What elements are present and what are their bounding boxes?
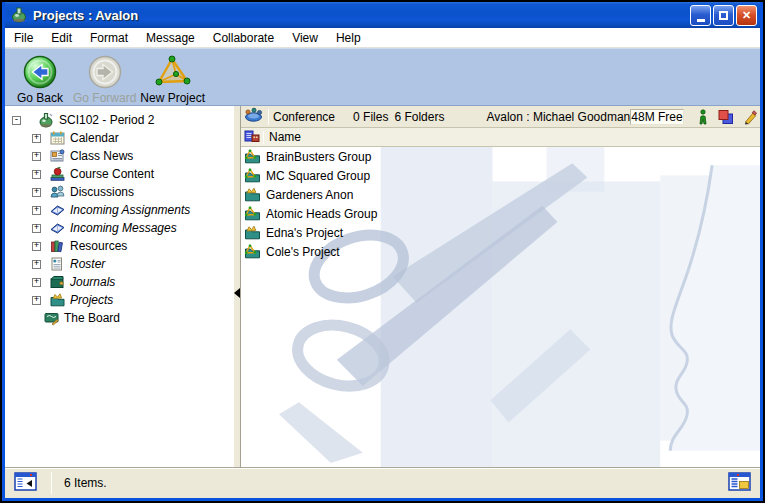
incoming-messages-icon bbox=[49, 220, 66, 236]
tree-item-course-content[interactable]: + Course Content bbox=[5, 165, 233, 183]
item-count-text: 6 Items. bbox=[64, 476, 107, 490]
app-window: Projects : Avalon ✕ File Edit Format Mes… bbox=[0, 0, 765, 503]
conference-toolbar-icons bbox=[698, 109, 765, 125]
pyramid-folder-icon bbox=[244, 149, 261, 164]
menu-collaborate[interactable]: Collaborate bbox=[204, 29, 283, 47]
flask-app-icon bbox=[10, 6, 28, 24]
menu-message[interactable]: Message bbox=[137, 29, 204, 47]
list-column-header[interactable]: Name bbox=[241, 128, 760, 147]
expand-icon[interactable]: + bbox=[32, 188, 41, 197]
toggle-right-panel-icon[interactable] bbox=[728, 472, 751, 494]
tree-item-resources[interactable]: + Resources bbox=[5, 237, 233, 255]
pyramid-folder-icon bbox=[244, 244, 261, 259]
discussions-icon bbox=[49, 184, 66, 200]
folders-count: 6 Folders bbox=[394, 110, 444, 124]
files-count: 0 Files bbox=[353, 110, 388, 124]
go-back-icon bbox=[23, 54, 57, 90]
new-project-label: New Project bbox=[140, 91, 205, 105]
tree-item-incoming-assignments[interactable]: + Incoming Assignments bbox=[5, 201, 233, 219]
menu-edit[interactable]: Edit bbox=[42, 29, 81, 47]
expand-icon[interactable]: + bbox=[32, 224, 41, 233]
panel-splitter[interactable] bbox=[233, 106, 241, 467]
menu-file[interactable]: File bbox=[5, 29, 42, 47]
member-icon[interactable] bbox=[698, 109, 708, 125]
list-item-gardeners[interactable]: Gardeners Anon bbox=[241, 185, 760, 204]
expand-icon[interactable]: + bbox=[32, 260, 41, 269]
list-item-atomic-heads[interactable]: Atomic Heads Group bbox=[241, 204, 760, 223]
projects-icon bbox=[49, 292, 66, 308]
minimize-icon bbox=[697, 19, 705, 22]
tree-item-course-root[interactable]: - SCI102 - Period 2 bbox=[5, 111, 233, 129]
expand-icon[interactable]: + bbox=[32, 170, 41, 179]
course-content-icon bbox=[49, 166, 66, 182]
conference-info-bar: Conference 0 Files 6 Folders Avalon : Mi… bbox=[241, 106, 760, 128]
expand-icon[interactable]: + bbox=[32, 134, 41, 143]
titlebar[interactable]: Projects : Avalon ✕ bbox=[5, 2, 760, 28]
go-back-label: Go Back bbox=[17, 91, 63, 105]
main-area: - SCI102 - Period 2 + bbox=[5, 106, 760, 467]
tree-item-incoming-messages[interactable]: + Incoming Messages bbox=[5, 219, 233, 237]
server-user-label: Avalon : Michael Goodman bbox=[486, 110, 630, 124]
status-bar: 6 Items. bbox=[5, 467, 760, 498]
tree-item-label: The Board bbox=[64, 311, 120, 325]
resources-icon bbox=[49, 238, 66, 254]
layers-icon[interactable] bbox=[717, 109, 734, 125]
pencil-icon[interactable] bbox=[743, 109, 758, 125]
tree-item-roster[interactable]: + Roster bbox=[5, 255, 233, 273]
tree-item-label: Course Content bbox=[70, 167, 154, 181]
list-item-brainbusters[interactable]: BrainBusters Group bbox=[241, 147, 760, 166]
menu-help[interactable]: Help bbox=[327, 29, 370, 47]
maximize-button[interactable] bbox=[713, 5, 734, 26]
collapse-panel-arrow-icon[interactable] bbox=[234, 288, 240, 298]
list-item-label: Gardeners Anon bbox=[266, 188, 353, 202]
pyramid-folder-icon bbox=[244, 168, 261, 183]
tree-item-label: Roster bbox=[70, 257, 105, 271]
conference-title: Conference bbox=[273, 110, 335, 124]
incoming-assignments-icon bbox=[49, 202, 66, 218]
expand-icon[interactable]: + bbox=[32, 278, 41, 287]
tree-item-label: Calendar bbox=[70, 131, 119, 145]
conference-icon bbox=[243, 107, 264, 127]
separator bbox=[263, 131, 264, 144]
go-forward-label: Go Forward bbox=[73, 91, 136, 105]
expand-icon[interactable]: + bbox=[32, 206, 41, 215]
tree-item-projects[interactable]: + Projects bbox=[5, 291, 233, 309]
go-back-button[interactable]: Go Back bbox=[11, 54, 69, 105]
toggle-left-panel-icon[interactable] bbox=[14, 472, 37, 494]
separator bbox=[268, 109, 269, 125]
tree-item-class-news[interactable]: + Class News bbox=[5, 147, 233, 165]
menu-bar: File Edit Format Message Collaborate Vie… bbox=[5, 28, 760, 48]
close-icon: ✕ bbox=[742, 9, 751, 22]
tree-item-label: Projects bbox=[70, 293, 113, 307]
free-space-indicator: 48M Free bbox=[630, 109, 683, 125]
project-list: BrainBusters Group MC Squared Group bbox=[241, 147, 760, 467]
tree-item-journals[interactable]: + Journals bbox=[5, 273, 233, 291]
list-item-label: Atomic Heads Group bbox=[266, 207, 377, 221]
roster-icon bbox=[49, 256, 66, 272]
course-tree: - SCI102 - Period 2 + bbox=[5, 106, 233, 467]
tree-item-calendar[interactable]: + Calendar bbox=[5, 129, 233, 147]
list-item-mc-squared[interactable]: MC Squared Group bbox=[241, 166, 760, 185]
collapse-icon[interactable]: - bbox=[12, 116, 21, 125]
close-button[interactable]: ✕ bbox=[736, 5, 757, 26]
menu-format[interactable]: Format bbox=[81, 29, 137, 47]
menu-view[interactable]: View bbox=[283, 29, 327, 47]
expand-icon[interactable]: + bbox=[32, 296, 41, 305]
tree-item-label: Incoming Messages bbox=[70, 221, 177, 235]
expand-icon[interactable]: + bbox=[32, 152, 41, 161]
name-column-icon bbox=[244, 129, 260, 146]
tree-item-label: Discussions bbox=[70, 185, 134, 199]
tree-item-the-board[interactable]: The Board bbox=[5, 309, 233, 327]
tree-item-label: Journals bbox=[70, 275, 115, 289]
flask-icon bbox=[38, 112, 55, 128]
tree-item-discussions[interactable]: + Discussions bbox=[5, 183, 233, 201]
list-item-coles-project[interactable]: Cole's Project bbox=[241, 242, 760, 261]
tree-item-label: Class News bbox=[70, 149, 133, 163]
expand-icon[interactable]: + bbox=[32, 242, 41, 251]
new-project-button[interactable]: New Project bbox=[140, 54, 205, 105]
minimize-button[interactable] bbox=[690, 5, 711, 26]
tree-item-label: Incoming Assignments bbox=[70, 203, 190, 217]
tree-item-label: SCI102 - Period 2 bbox=[59, 113, 154, 127]
journals-icon bbox=[49, 274, 66, 290]
list-item-ednas-project[interactable]: Edna's Project bbox=[241, 223, 760, 242]
